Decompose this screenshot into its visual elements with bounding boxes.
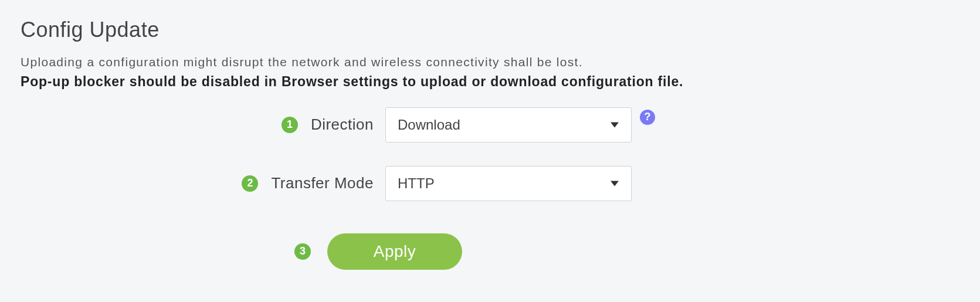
help-icon[interactable]: ? <box>640 110 655 125</box>
direction-row: 1 Direction Download ? <box>21 107 959 142</box>
apply-button[interactable]: Apply <box>327 233 462 270</box>
step-badge-2: 2 <box>242 175 258 192</box>
page-title: Config Update <box>21 18 959 42</box>
step-badge-1: 1 <box>282 117 298 133</box>
transfer-mode-label: Transfer Mode <box>271 174 374 192</box>
direction-select[interactable]: Download <box>385 107 632 142</box>
direction-label: Direction <box>311 116 374 134</box>
description-text: Uploading a configuration might disrupt … <box>21 53 959 72</box>
action-row: 3 Apply <box>21 233 959 270</box>
config-form: 1 Direction Download ? 2 Transfer Mode H… <box>21 107 959 270</box>
transfer-mode-select[interactable]: HTTP <box>385 166 632 201</box>
warning-text: Pop-up blocker should be disabled in Bro… <box>21 74 959 90</box>
direction-select-wrapper: Download <box>385 107 632 142</box>
transfer-mode-label-block: 2 Transfer Mode <box>21 174 385 192</box>
transfer-mode-select-wrapper: HTTP <box>385 166 632 201</box>
direction-label-block: 1 Direction <box>21 116 385 134</box>
step-badge-3: 3 <box>294 243 311 260</box>
transfer-mode-row: 2 Transfer Mode HTTP <box>21 166 959 201</box>
